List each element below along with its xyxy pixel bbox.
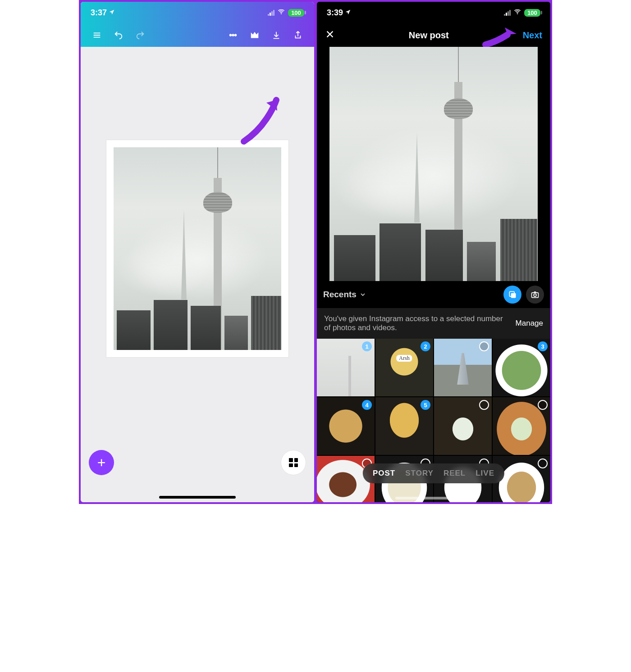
new-post-header: New post Next [317, 23, 550, 47]
signal-icon [504, 9, 511, 16]
crown-icon[interactable] [245, 25, 265, 45]
status-time: 3:37 [91, 8, 107, 18]
chevron-down-icon [359, 291, 366, 298]
album-picker[interactable]: Recents [323, 290, 366, 300]
selection-ring [479, 400, 489, 410]
status-time: 3:39 [327, 8, 343, 18]
next-button[interactable]: Next [523, 30, 542, 41]
notice-text: You've given Instagram access to a selec… [324, 314, 510, 332]
grid-icon [289, 458, 298, 467]
svg-point-0 [281, 13, 282, 14]
svg-rect-7 [532, 293, 539, 298]
selection-index-badge: 2 [421, 341, 430, 351]
svg-point-1 [230, 34, 232, 36]
gallery-cell[interactable]: 2 [375, 339, 433, 396]
selection-ring [479, 341, 489, 351]
selection-index-badge: 4 [362, 400, 372, 410]
undo-button[interactable] [109, 25, 128, 45]
gallery-cell[interactable]: 4 [317, 397, 375, 455]
selection-index-badge: 5 [421, 400, 430, 410]
redo-button[interactable] [130, 25, 150, 45]
annotation-arrow [239, 96, 283, 146]
thumbnail [317, 339, 375, 396]
select-multiple-button[interactable] [503, 286, 521, 304]
svg-rect-6 [511, 293, 516, 298]
mode-post[interactable]: POST [373, 469, 395, 478]
gallery-cell[interactable] [434, 339, 492, 396]
preview-image [329, 47, 537, 281]
menu-button[interactable] [87, 25, 107, 45]
manage-button[interactable]: Manage [516, 319, 543, 328]
mode-live[interactable]: LIVE [476, 469, 494, 478]
mode-story[interactable]: STORY [405, 469, 434, 478]
svg-point-8 [534, 294, 536, 296]
selection-index-badge: 1 [362, 341, 372, 351]
page-title: New post [409, 30, 449, 41]
wifi-icon [513, 8, 521, 18]
gallery-cell[interactable]: 3 [493, 339, 550, 396]
home-indicator [395, 497, 472, 499]
location-arrow-icon [345, 8, 351, 18]
gallery-cell[interactable]: 5 [375, 397, 433, 455]
selection-index-badge: 3 [538, 341, 548, 351]
album-name: Recents [323, 290, 357, 300]
svg-point-4 [517, 13, 518, 14]
mode-reel[interactable]: REEL [444, 469, 466, 478]
signal-icon [268, 9, 274, 16]
download-button[interactable] [266, 25, 286, 45]
plus-icon: + [97, 455, 106, 470]
preview-area[interactable] [317, 47, 550, 281]
gallery-cell[interactable]: 1 [317, 339, 375, 396]
canva-canvas-area[interactable]: + [81, 47, 314, 502]
album-row: Recents [317, 281, 550, 308]
wifi-icon [277, 8, 285, 18]
selection-ring [538, 459, 548, 468]
battery-indicator: 100 [288, 9, 304, 17]
battery-indicator: 100 [524, 9, 540, 17]
location-arrow-icon [109, 8, 115, 18]
artboard[interactable] [106, 140, 289, 358]
pages-grid-fab[interactable] [281, 450, 306, 475]
add-page-fab[interactable]: + [89, 450, 114, 475]
home-indicator [159, 496, 236, 499]
close-button[interactable] [325, 29, 335, 41]
instagram-screen: 3:39 100 New post Next [317, 2, 550, 502]
status-bar: 3:37 100 [81, 2, 314, 23]
status-bar: 3:39 100 [317, 2, 550, 23]
canva-toolbar [81, 23, 314, 47]
canva-screen: 3:37 100 [81, 2, 314, 502]
gallery-cell[interactable] [493, 397, 550, 455]
camera-button[interactable] [526, 286, 544, 304]
selection-ring [538, 400, 548, 410]
limited-access-notice: You've given Instagram access to a selec… [317, 308, 550, 339]
svg-point-3 [235, 34, 237, 36]
more-button[interactable] [223, 25, 243, 45]
mode-picker[interactable]: POSTSTORYREELLIVE [363, 463, 504, 483]
artboard-image [114, 147, 281, 350]
svg-point-2 [232, 34, 234, 36]
gallery-cell[interactable] [434, 397, 492, 455]
share-button[interactable] [288, 25, 308, 45]
